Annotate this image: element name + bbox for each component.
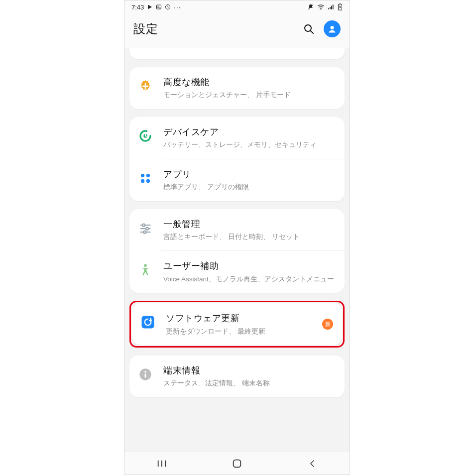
list-card: 高度な機能 モーションとジェスチャー、 片手モード: [129, 67, 345, 109]
svg-line-12: [311, 31, 314, 34]
svg-rect-0: [157, 5, 161, 9]
home-button[interactable]: [222, 458, 252, 469]
settings-item-title: アプリ: [163, 168, 336, 180]
settings-item-about-device[interactable]: 端末情報 ステータス、法定情報、 端末名称: [129, 356, 345, 397]
image-icon: [156, 4, 162, 10]
signal-icon: [328, 4, 335, 10]
settings-item-sub: バッテリー、ストレージ、メモリ、セキュリティ: [163, 140, 336, 150]
wifi-icon: [317, 4, 325, 10]
settings-item-sub: ステータス、法定情報、 端末名称: [163, 378, 336, 388]
settings-item-title: ソフトウェア更新: [166, 312, 313, 324]
settings-item-advanced-features[interactable]: 高度な機能 モーションとジェスチャー、 片手モード: [129, 67, 345, 109]
settings-item-device-care[interactable]: デバイスケア バッテリー、ストレージ、メモリ、セキュリティ: [129, 117, 345, 159]
mute-icon: [307, 3, 314, 10]
svg-point-16: [141, 174, 144, 177]
svg-point-29: [144, 371, 146, 373]
clock-icon: [165, 4, 171, 10]
svg-rect-5: [328, 8, 329, 9]
settings-item-sub: Voice Assistant、モノラル再生、アシスタントメニュー: [163, 274, 336, 284]
header-actions: [303, 20, 341, 37]
accessibility-icon: [136, 261, 154, 279]
list-card-partial: [129, 48, 345, 59]
settings-list[interactable]: 高度な機能 モーションとジェスチャー、 片手モード デバイスケア バッテリー、ス…: [124, 48, 350, 452]
account-button[interactable]: [324, 20, 341, 37]
settings-item-text: 高度な機能 モーションとジェスチャー、 片手モード: [163, 76, 336, 100]
settings-item-text: 一般管理 言語とキーボード、 日付と時刻、 リセット: [163, 218, 336, 242]
navigation-bar: [124, 452, 350, 475]
settings-item-apps[interactable]: アプリ 標準アプリ、 アプリの権限: [129, 159, 345, 201]
play-store-icon: [147, 4, 153, 10]
list-card: 一般管理 言語とキーボード、 日付と時刻、 リセット ユーザー補助 Voice …: [129, 209, 345, 293]
phone-frame: 7:43 ···: [124, 0, 350, 475]
settings-item-title: デバイスケア: [163, 126, 336, 138]
apps-grid-icon: [136, 169, 154, 187]
settings-item-software-update[interactable]: ソフトウェア更新 更新をダウンロード、 最終更新 新: [132, 303, 342, 345]
info-icon: [136, 365, 154, 383]
svg-rect-8: [333, 4, 334, 9]
svg-rect-7: [331, 6, 332, 9]
settings-item-text: 端末情報 ステータス、法定情報、 端末名称: [163, 364, 336, 388]
header: 設定: [124, 13, 350, 48]
svg-point-26: [144, 264, 146, 267]
svg-rect-27: [142, 316, 154, 329]
settings-item-title: 一般管理: [163, 218, 336, 230]
settings-item-text: デバイスケア バッテリー、ストレージ、メモリ、セキュリティ: [163, 126, 336, 150]
sliders-icon: [136, 219, 154, 237]
svg-rect-6: [330, 7, 331, 9]
status-left: 7:43 ···: [131, 3, 181, 11]
list-card: 端末情報 ステータス、法定情報、 端末名称: [129, 356, 345, 397]
status-time: 7:43: [131, 3, 144, 11]
back-button[interactable]: [297, 459, 327, 468]
svg-point-23: [146, 227, 148, 230]
settings-item-sub: 更新をダウンロード、 最終更新: [166, 327, 313, 337]
status-bar: 7:43 ···: [124, 0, 350, 13]
svg-point-18: [141, 179, 144, 182]
svg-rect-34: [234, 460, 241, 467]
settings-item-text: ユーザー補助 Voice Assistant、モノラル再生、アシスタントメニュー: [163, 260, 336, 284]
settings-item-title: 端末情報: [163, 364, 336, 376]
svg-point-13: [331, 26, 334, 29]
settings-item-sub: 標準アプリ、 アプリの権限: [163, 182, 336, 192]
settings-item-text: アプリ 標準アプリ、 アプリの権限: [163, 168, 336, 192]
svg-point-17: [146, 174, 150, 177]
search-button[interactable]: [303, 23, 315, 35]
more-icon: ···: [174, 3, 181, 11]
svg-rect-30: [144, 373, 146, 377]
svg-point-19: [146, 179, 150, 182]
svg-point-25: [143, 231, 146, 233]
settings-item-title: 高度な機能: [163, 76, 336, 88]
plus-gear-icon: [136, 77, 154, 95]
recent-apps-button[interactable]: [147, 459, 177, 468]
svg-rect-10: [340, 3, 341, 4]
svg-point-4: [321, 8, 322, 9]
battery-charging-icon: [338, 3, 343, 10]
status-right: [307, 3, 343, 10]
list-card: デバイスケア バッテリー、ストレージ、メモリ、セキュリティ アプリ 標準アプリ、…: [129, 117, 345, 201]
settings-item-general-management[interactable]: 一般管理 言語とキーボード、 日付と時刻、 リセット: [129, 209, 345, 251]
new-badge: 新: [322, 319, 333, 330]
update-icon: [139, 313, 157, 331]
settings-item-accessibility[interactable]: ユーザー補助 Voice Assistant、モノラル再生、アシスタントメニュー: [129, 251, 345, 293]
settings-item-sub: 言語とキーボード、 日付と時刻、 リセット: [163, 232, 336, 242]
page-title: 設定: [133, 21, 303, 37]
svg-point-21: [142, 224, 145, 226]
highlight-box: ソフトウェア更新 更新をダウンロード、 最終更新 新: [129, 301, 345, 348]
settings-item-sub: モーションとジェスチャー、 片手モード: [163, 90, 336, 100]
settings-item-title: ユーザー補助: [163, 260, 336, 272]
device-care-icon: [136, 127, 154, 145]
settings-item-text: ソフトウェア更新 更新をダウンロード、 最終更新: [166, 312, 313, 336]
list-card: ソフトウェア更新 更新をダウンロード、 最終更新 新: [132, 303, 342, 345]
